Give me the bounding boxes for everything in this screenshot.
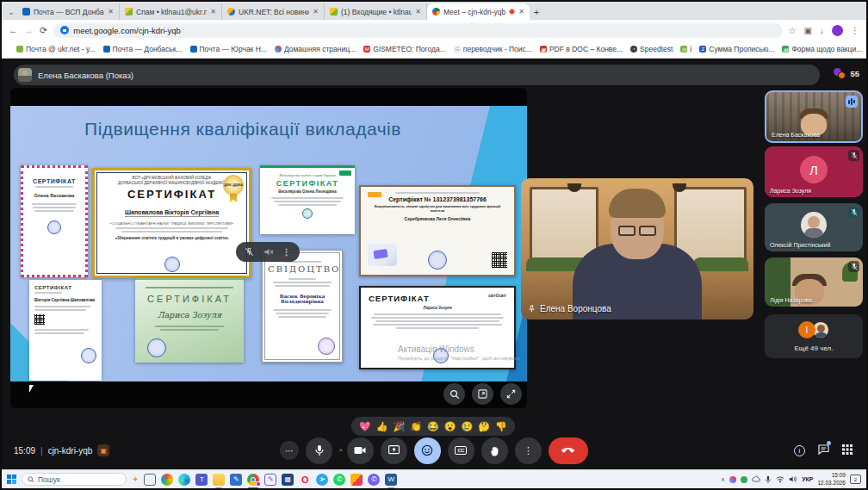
participant-tile-zozulya[interactable]: Л Лариса Зозуля xyxy=(765,146,863,197)
bookmark-star-icon[interactable]: ☆ xyxy=(789,26,797,35)
chat-icon[interactable] xyxy=(818,443,829,458)
bookmark-item[interactable]: ▦PDF в DOC – Конве... xyxy=(540,45,623,53)
audio-muted-icon[interactable] xyxy=(264,247,274,257)
telegram-icon[interactable]: ➤ xyxy=(316,474,328,486)
profile-avatar[interactable] xyxy=(832,25,843,36)
reload-icon[interactable]: ⟳ xyxy=(40,26,47,35)
edge-icon[interactable] xyxy=(178,474,190,486)
tab-spam[interactable]: Спам • ktlnau1@ukr.net ✕ xyxy=(120,3,222,20)
camera-button[interactable] xyxy=(347,437,374,464)
reaction-laugh[interactable]: 😂 xyxy=(427,421,439,432)
unpin-icon[interactable] xyxy=(245,247,254,257)
screen-share-stage[interactable]: Підвищення кваліфікації викладачів СЕРТИ… xyxy=(10,88,527,408)
antivirus-tray-icon[interactable] xyxy=(741,476,747,483)
tray-app-icon[interactable] xyxy=(729,476,736,483)
volume-icon[interactable] xyxy=(789,475,797,483)
opera-icon[interactable]: O xyxy=(299,474,311,486)
start-button[interactable] xyxy=(7,474,16,484)
onedrive-tray-icon[interactable] xyxy=(752,475,760,483)
reaction-party[interactable]: 🎉 xyxy=(393,421,405,432)
camera-options-caret[interactable]: ^ xyxy=(339,447,343,455)
tab-search-caret-icon[interactable]: ⌄ xyxy=(5,4,17,20)
present-screen-button[interactable] xyxy=(381,437,407,464)
bookmark-item[interactable]: Почта — Юрчак Н... xyxy=(190,45,267,53)
search-highlights-icon[interactable]: ✦ xyxy=(132,474,139,484)
microphone-button[interactable] xyxy=(306,437,332,464)
mic-tray-icon[interactable] xyxy=(765,475,772,484)
more-reactions-button[interactable]: ⋯ xyxy=(280,441,299,460)
tab-inbox[interactable]: (1) Входящие • ktlnau1@ukr.n ✕ xyxy=(325,3,427,20)
whatsapp-icon[interactable]: ✆ xyxy=(333,474,345,486)
bookmark-item[interactable]: ✉і xyxy=(680,45,691,53)
end-call-button[interactable] xyxy=(549,437,588,464)
reaction-clap[interactable]: 👏 xyxy=(410,421,422,432)
download-icon[interactable]: ↓ xyxy=(820,26,824,35)
reaction-cry[interactable]: 😢 xyxy=(461,421,473,432)
forward-icon[interactable]: → xyxy=(24,26,34,35)
reaction-thumbs-down[interactable]: 👎 xyxy=(495,421,507,432)
bookmark-item[interactable]: Почта — Донбаськ... xyxy=(103,45,183,53)
word-icon[interactable]: W xyxy=(385,474,397,486)
tab-mail-vsp[interactable]: Почта — ВСП Донбаський агр ✕ xyxy=(17,3,120,20)
chrome-icon[interactable] xyxy=(247,474,259,486)
share-hover-toolbar[interactable]: ⋮ xyxy=(236,242,300,262)
ukrnet-app-icon[interactable] xyxy=(350,474,363,486)
taskbar-clock[interactable]: 15:09 12.03.2026 xyxy=(817,472,846,486)
tray-expand-icon[interactable]: ∧ xyxy=(721,476,725,483)
reactions-button-active[interactable] xyxy=(414,437,441,464)
file-explorer-icon[interactable] xyxy=(213,474,225,486)
reaction-thumbs-up[interactable]: 👍 xyxy=(376,421,388,432)
captions-button[interactable]: CC xyxy=(448,437,474,464)
back-icon[interactable]: ← xyxy=(9,26,18,35)
activities-grid-icon[interactable] xyxy=(842,443,852,458)
tab-groups-icon[interactable]: ▣ xyxy=(804,26,812,35)
bookmark-item[interactable]: Gпереводчик - Поис... xyxy=(454,45,532,53)
close-tab-icon[interactable]: ✕ xyxy=(210,8,216,16)
chrome-menu-icon[interactable]: ⋮ xyxy=(851,26,859,35)
bookmark-item[interactable]: ▤Форма щодо вакци... xyxy=(782,45,862,53)
certificate-name: Васюк Вероніка Володимирівна xyxy=(268,294,337,304)
close-tab-icon[interactable]: ✕ xyxy=(313,8,319,16)
bookmark-item[interactable]: ΣСумма Прописью... xyxy=(699,45,774,53)
language-indicator[interactable]: УКР xyxy=(802,476,813,482)
participant-count[interactable]: 55 xyxy=(834,68,859,79)
notification-center-icon[interactable]: 2 xyxy=(850,474,861,484)
copilot-icon[interactable] xyxy=(161,474,173,486)
participant-tile-baskakova[interactable]: Елена Баскакова xyxy=(765,90,863,143)
pen-app-icon[interactable]: ✎ xyxy=(264,474,276,486)
reaction-thinking[interactable]: 🤔 xyxy=(478,421,490,432)
raise-hand-button[interactable] xyxy=(481,437,508,464)
taskbar-search[interactable]: Пошук xyxy=(22,473,127,486)
participant-tile-overflow[interactable]: І Ещё 49 чел. xyxy=(765,314,863,358)
popout-button[interactable] xyxy=(472,383,493,405)
presenter-video-tile[interactable]: Елена Воронцова xyxy=(521,178,753,319)
more-options-icon[interactable]: ⋮ xyxy=(282,248,291,257)
viber-icon[interactable]: ✆ xyxy=(368,474,380,486)
teams-icon[interactable]: T xyxy=(195,474,208,486)
info-icon[interactable]: i xyxy=(794,445,805,456)
close-tab-icon[interactable]: ✕ xyxy=(108,8,114,16)
bookmark-item[interactable]: Почта @ ukr.net - у... xyxy=(16,45,96,53)
fullscreen-button[interactable] xyxy=(500,383,522,405)
task-view-icon[interactable] xyxy=(144,474,156,486)
close-tab-icon[interactable]: ✕ xyxy=(518,8,524,16)
network-icon[interactable] xyxy=(776,475,784,483)
bookmark-item[interactable]: Домашняя страниц... xyxy=(275,45,356,53)
close-tab-icon[interactable]: ✕ xyxy=(415,8,421,16)
calculator-icon[interactable]: ▦ xyxy=(282,474,294,486)
new-tab-button[interactable]: + xyxy=(530,4,543,20)
zoom-button[interactable] xyxy=(443,383,465,405)
participant-tile-nazarova[interactable]: Лідія Назарова xyxy=(765,257,863,307)
bookmark-item[interactable]: MGISMETEO: Погода... xyxy=(363,45,446,53)
presenting-banner[interactable]: Елена Баскакова (Показ) xyxy=(14,65,820,85)
address-bar[interactable]: meet.google.com/cjn-kdri-yqb xyxy=(53,23,782,38)
tab-meet-active[interactable]: Meet – cjn-kdri-yqb ✕ xyxy=(427,3,530,20)
participant-tile-prystinskyi[interactable]: Олексій Пристінський xyxy=(765,203,863,251)
paint-app-icon[interactable]: ✎ xyxy=(230,474,242,486)
reaction-surprise[interactable]: 😮 xyxy=(444,421,456,432)
bookmark-item[interactable]: ◔Speedtest xyxy=(630,45,673,53)
more-options-button[interactable]: ⋮ xyxy=(515,437,542,464)
meeting-badge-icon[interactable]: ▣ xyxy=(97,444,109,456)
reaction-heart[interactable]: 💖 xyxy=(359,421,371,432)
tab-ukrnet-news[interactable]: UKR.NET: Всі новини України, ✕ xyxy=(222,3,325,20)
